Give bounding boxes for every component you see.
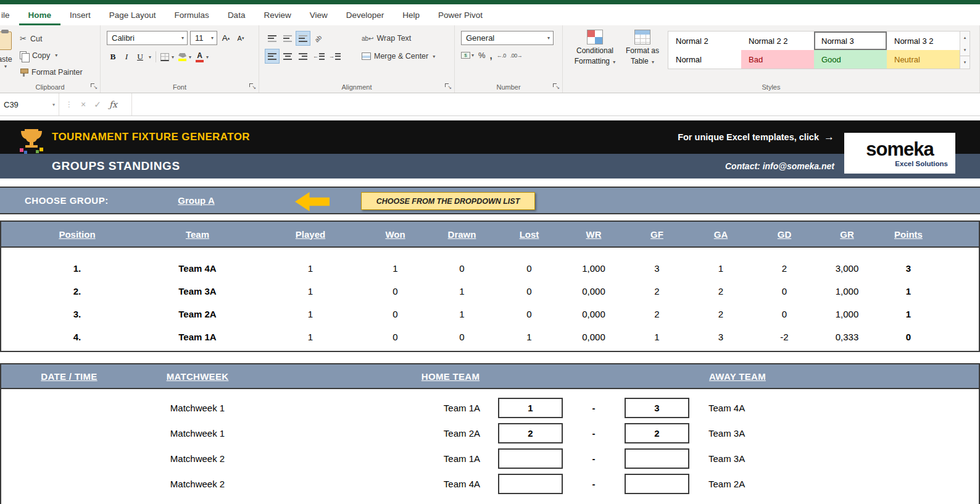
promo-arrow-icon: → [824, 131, 834, 143]
decrease-indent-icon[interactable]: ← [312, 49, 326, 63]
bold-button[interactable]: B [107, 50, 119, 64]
tab-insert[interactable]: Insert [60, 4, 100, 25]
home-score-input[interactable] [498, 474, 563, 494]
clipboard-dialog-launcher[interactable]: ↘ [91, 83, 98, 90]
borders-icon[interactable] [160, 53, 169, 61]
cell-ga: 2 [689, 286, 753, 296]
decrease-font-size-icon[interactable]: A▾ [235, 32, 247, 45]
style-normal-3[interactable]: Normal 3 [814, 32, 887, 50]
formula-bar: C39 ▾ ⋮ × ✓ ƒx [0, 93, 980, 116]
format-painter-button[interactable]: Format Painter [20, 64, 83, 80]
increase-decimal-button[interactable]: ←.0 [497, 52, 506, 59]
cell-position: 3. [1, 309, 137, 319]
enter-icon[interactable]: ✓ [94, 99, 101, 109]
align-left-icon[interactable] [265, 49, 279, 63]
align-middle-icon[interactable] [281, 32, 294, 45]
home-score-input[interactable]: 1 [498, 398, 563, 418]
style-normal-2-2[interactable]: Normal 2 2 [741, 32, 814, 50]
tab-review[interactable]: Review [254, 4, 300, 25]
number-format-caret-icon: ▾ [545, 35, 550, 41]
style-neutral[interactable]: Neutral [887, 50, 960, 69]
font-color-icon[interactable]: A [196, 52, 204, 62]
font-name-select[interactable]: Calibri ▾ [107, 31, 188, 45]
home-score-input[interactable] [498, 448, 563, 469]
away-score-input[interactable] [625, 448, 689, 469]
wrap-text-button[interactable]: ab↩ Wrap Text [362, 31, 411, 46]
alignment-dialog-launcher[interactable]: ↘ [445, 83, 452, 90]
tab-help[interactable]: Help [393, 4, 429, 25]
number-format-select[interactable]: General ▾ [461, 31, 554, 45]
underline-button[interactable]: U [134, 50, 146, 64]
style-normal-3-2[interactable]: Normal 3 2 [887, 32, 960, 50]
away-score-input[interactable]: 2 [625, 423, 689, 443]
cell-wr: 0,000 [562, 286, 625, 296]
cell-away-team: Team 3A [699, 428, 979, 439]
splitter-icon: ⋮ [65, 100, 73, 109]
cut-button[interactable]: ✂ Cut [20, 30, 83, 47]
percent-style-button[interactable]: % [478, 51, 486, 60]
cancel-icon[interactable]: × [81, 99, 86, 109]
cell-drawn: 1 [428, 309, 496, 319]
tab-data[interactable]: Data [218, 4, 255, 25]
paste-button[interactable]: aste ▾ [0, 25, 15, 93]
fill-color-icon[interactable] [178, 53, 186, 61]
cell-lost: 0 [496, 286, 562, 296]
cell-gr: 1,000 [816, 309, 878, 319]
cell-wr: 1,000 [562, 263, 625, 274]
cell-lost: 1 [496, 332, 562, 342]
cell-won: 0 [363, 332, 428, 342]
tab-power-pivot[interactable]: Power Pivot [429, 4, 492, 25]
decrease-decimal-button[interactable]: .00→ [510, 52, 523, 59]
insert-function-icon[interactable]: ƒx [109, 99, 117, 109]
number-dialog-launcher[interactable]: ↘ [553, 83, 560, 90]
font-size-select[interactable]: 11 ▾ [190, 31, 217, 45]
align-right-icon[interactable] [296, 49, 310, 63]
comma-style-button[interactable]: , [490, 50, 492, 61]
cell-gf: 3 [625, 263, 689, 274]
increase-indent-icon[interactable]: → [328, 49, 342, 63]
someka-logo-subtext: Excel Solutions [895, 160, 948, 167]
cell-matchweek: Matchweek 2 [137, 453, 258, 464]
underline-dropdown-icon: ▾ [149, 54, 151, 60]
home-score-input[interactable]: 2 [498, 423, 563, 443]
paste-icon [0, 32, 12, 50]
cell-position: 1. [1, 263, 137, 274]
increase-font-size-icon[interactable]: A▴ [220, 32, 232, 45]
cell-gf: 2 [625, 309, 689, 319]
style-good[interactable]: Good [814, 50, 887, 69]
cell-won: 1 [363, 263, 428, 274]
tab-file[interactable]: ile [0, 4, 19, 25]
style-normal-2[interactable]: Normal 2 [668, 32, 741, 50]
cell-won: 0 [363, 286, 428, 296]
cell-styles-gallery: Normal 2 Normal 2 2 Normal 3 Normal 3 2 … [668, 31, 960, 69]
align-top-icon[interactable] [265, 32, 279, 45]
tab-developer[interactable]: Developer [337, 4, 394, 25]
italic-button[interactable]: I [120, 50, 133, 64]
header-won: Won [363, 229, 428, 240]
font-dialog-launcher[interactable]: ↘ [249, 83, 256, 90]
group-dropdown[interactable]: Group A [148, 188, 244, 213]
tab-page-layout[interactable]: Page Layout [100, 4, 165, 25]
style-bad[interactable]: Bad [741, 50, 814, 69]
tab-view[interactable]: View [301, 4, 337, 25]
copy-icon [20, 51, 27, 59]
align-center-icon[interactable] [281, 49, 294, 63]
away-score-input[interactable] [625, 474, 689, 494]
accounting-format-button[interactable]: $ ▾ [461, 52, 474, 59]
standings-row: 2. Team 3A 1 0 1 0 0,000 2 2 0 1,000 1 [1, 280, 979, 303]
tab-home[interactable]: Home [19, 4, 61, 25]
cell-matchweek: Matchweek 1 [137, 403, 258, 413]
gallery-scroll-up-icon[interactable]: ▴ [960, 32, 970, 44]
standings-header-row: Position Team Played Won Drawn Lost WR G… [1, 222, 979, 248]
orientation-icon[interactable]: ab [312, 32, 325, 45]
copy-button[interactable]: Copy ▾ [20, 47, 83, 64]
gallery-scroll-down-icon[interactable]: ▾ [960, 44, 970, 56]
name-box[interactable]: C39 ▾ [0, 93, 59, 116]
gallery-more-icon[interactable]: ▾ [960, 56, 970, 69]
merge-center-button[interactable]: Merge & Center ▾ [362, 49, 435, 64]
away-score-input[interactable]: 3 [625, 398, 689, 418]
formula-input[interactable] [132, 93, 980, 116]
tab-formulas[interactable]: Formulas [165, 4, 218, 25]
style-normal[interactable]: Normal [668, 50, 741, 69]
align-bottom-icon[interactable] [296, 32, 310, 45]
